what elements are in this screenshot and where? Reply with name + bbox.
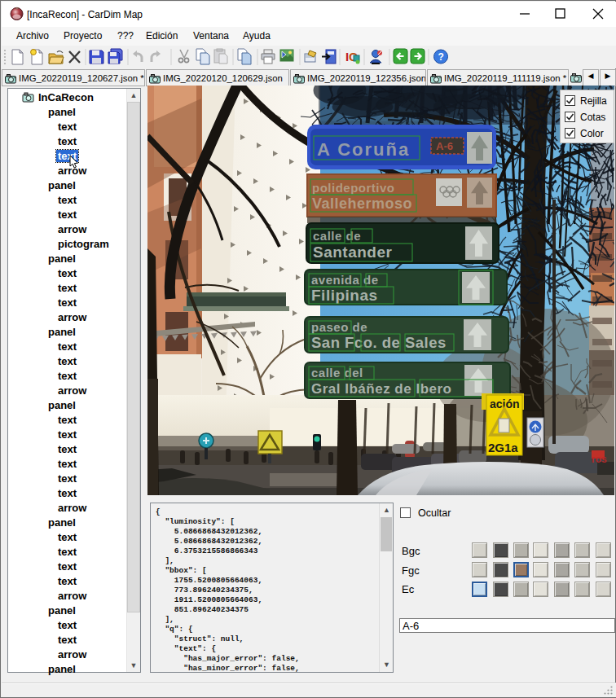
svg-text:avenida de: avenida de	[311, 273, 379, 287]
svg-text:Gral Ibáñez de Ibero: Gral Ibáñez de Ibero	[311, 381, 452, 397]
svg-text:Vallehermoso: Vallehermoso	[312, 195, 412, 212]
svg-text:ros: ros	[592, 454, 607, 465]
svg-text:calle del: calle del	[311, 366, 363, 380]
svg-text:polideportivo: polideportivo	[312, 181, 395, 195]
svg-text:2G1a: 2G1a	[488, 441, 518, 454]
svg-text:A Coruña: A Coruña	[317, 139, 410, 160]
svg-text:calle de: calle de	[313, 229, 361, 243]
svg-text:Santander: Santander	[313, 244, 393, 261]
svg-text:Filipinas: Filipinas	[311, 287, 378, 304]
svg-text:San Fco. de Sales: San Fco. de Sales	[311, 334, 447, 351]
svg-text:A-6: A-6	[436, 140, 453, 152]
svg-text:paseo de: paseo de	[311, 320, 367, 334]
svg-text:?: ?	[438, 51, 444, 63]
